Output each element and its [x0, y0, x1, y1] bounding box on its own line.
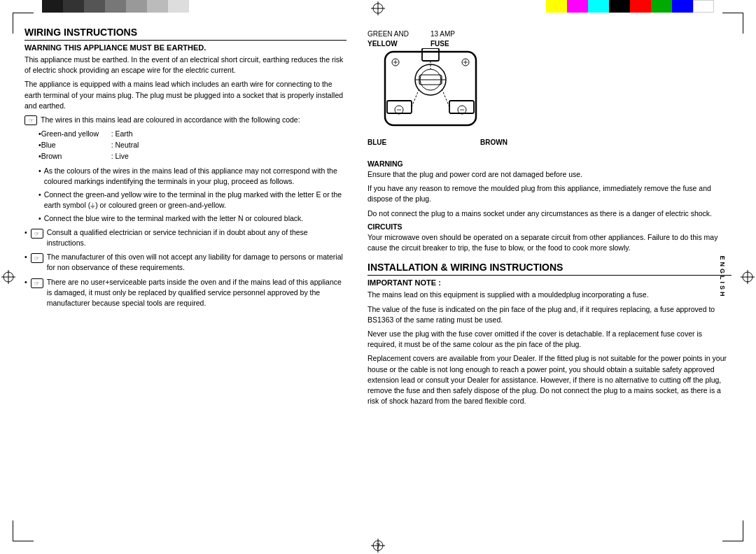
right-column: GREEN AND 13 AMP YELLOW FUSE BLUE BROWN: [368, 20, 732, 534]
colour-meaning: : Earth: [111, 129, 133, 140]
color-swatch: [189, 0, 210, 13]
colour-meaning: : Live: [111, 151, 129, 162]
important-note-title: IMPORTANT NOTE :: [368, 278, 732, 287]
install-para3: Never use the plug with the fuse cover o…: [368, 329, 732, 350]
note-item: ☞The manufacturer of this oven will not …: [24, 252, 346, 273]
note-icon: ☞: [31, 253, 43, 263]
label-green-and: GREEN AND: [368, 30, 409, 38]
plug-illustration: [374, 48, 486, 146]
page-number: 7: [376, 542, 380, 551]
bullet-list: As the colours of the wires in the mains…: [31, 166, 346, 309]
colour-name: Brown: [41, 151, 111, 162]
svg-rect-13: [422, 48, 439, 61]
warning-title: WARNING: [368, 159, 732, 168]
colour-code-item: Blue: Neutral: [38, 140, 346, 151]
reg-mark-right: [741, 270, 755, 284]
warning-earthed-title: WARNING THIS APPLIANCE MUST BE EARTHED.: [24, 43, 346, 52]
note-item: ☞There are no user+serviceable parts ins…: [24, 277, 346, 309]
para1: This appliance must be earthed. In the e…: [24, 55, 346, 76]
plug-diagram: GREEN AND 13 AMP YELLOW FUSE BLUE BROWN: [368, 30, 507, 156]
warning-section: WARNING Ensure that the plug and power c…: [368, 159, 732, 253]
color-swatch: [147, 0, 168, 13]
color-swatch: [546, 0, 567, 13]
color-swatch: [126, 0, 147, 13]
color-swatch: [567, 0, 588, 13]
installation-section: INSTALLATION & WIRING INSTRUCTIONS IMPOR…: [368, 262, 732, 406]
warning-text2: If you have any reason to remove the mou…: [368, 183, 732, 204]
color-swatch: [63, 0, 84, 13]
label-amp: 13 AMP: [430, 30, 455, 38]
wiring-instructions-title: WIRING INSTRUCTIONS: [24, 27, 346, 41]
bullet-item: Connect the green-and yellow wire to the…: [38, 190, 346, 211]
para2: The appliance is equipped with a mains l…: [24, 79, 346, 111]
note-text: The manufacturer of this oven will not a…: [47, 252, 346, 273]
color-swatch: [672, 0, 693, 13]
warning-text3: Do not connect the plug to a mains socke…: [368, 208, 732, 219]
color-swatch: [630, 0, 651, 13]
reg-mark-left: [1, 270, 15, 284]
note1-text: The wires in this mains lead are coloure…: [41, 115, 346, 125]
colour-name: Green-and yellow: [41, 129, 111, 140]
svg-rect-14: [387, 101, 412, 113]
color-swatch: [42, 0, 63, 13]
note-icon: ☞: [31, 278, 43, 288]
color-swatch: [693, 0, 714, 13]
note-text: There are no user+serviceable parts insi…: [47, 277, 346, 309]
color-swatch: [168, 0, 189, 13]
note-item: ☞Consult a qualified electrician or serv…: [24, 227, 346, 248]
color-swatch: [105, 0, 126, 13]
note-icon: ☞: [31, 229, 43, 239]
circuits-title: CIRCUITS: [368, 222, 732, 231]
label-yellow: YELLOW: [368, 40, 398, 48]
note1-block: ☞ The wires in this mains lead are colou…: [24, 115, 346, 125]
color-swatch: [609, 0, 630, 13]
color-swatch: [651, 0, 672, 13]
reg-mark-top: [371, 1, 385, 15]
note-text: Consult a qualified electrician or servi…: [47, 227, 346, 248]
bullet-item: Connect the blue wire to the terminal ma…: [38, 213, 346, 224]
colour-code-item: Brown: Live: [38, 151, 346, 162]
svg-line-31: [412, 90, 419, 107]
color-swatch: [588, 0, 609, 13]
svg-rect-15: [449, 101, 474, 113]
install-para1: The mains lead on this equipment is supp…: [368, 290, 732, 300]
left-column: WIRING INSTRUCTIONS WARNING THIS APPLIAN…: [24, 20, 346, 534]
install-para2: The value of the fuse is indicated on th…: [368, 304, 732, 325]
warning-text1: Ensure that the plug and power cord are …: [368, 169, 732, 180]
svg-line-32: [442, 90, 449, 107]
colour-meaning: : Neutral: [111, 140, 139, 151]
installation-title: INSTALLATION & WIRING INSTRUCTIONS: [368, 262, 732, 276]
note-icon-1: ☞: [24, 115, 37, 125]
label-fuse: FUSE: [430, 40, 449, 48]
colour-code-item: Green-and yellow: Earth: [38, 129, 346, 140]
circuits-text: Your microwave oven should be operated o…: [368, 232, 732, 253]
color-swatch: [84, 0, 105, 13]
colour-name: Blue: [41, 140, 111, 151]
bullet-item: As the colours of the wires in the mains…: [38, 166, 346, 187]
colour-code-list: Green-and yellow: EarthBlue: NeutralBrow…: [38, 129, 346, 162]
install-para4: Replacement covers are available from yo…: [368, 353, 732, 406]
